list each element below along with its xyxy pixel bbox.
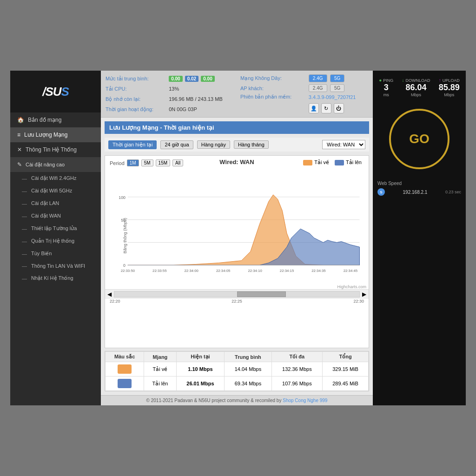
ap-khach-label: AP khách: [240,86,304,91]
power-icon[interactable]: ⏻ [334,103,344,113]
data-table: Màu sắc Mjang Hiện tại Trung bình Tối đa… [105,351,369,391]
sidebar-item-nhat-ki[interactable]: — Nhật Kí Hệ Thống [10,272,101,284]
legend-tai-ve-label: Tải về [314,159,329,165]
footer-link[interactable]: Shop Cong Nghe 999 [283,398,327,403]
ap-24-btn[interactable]: 2.4G [309,84,327,92]
wifi-5-btn[interactable]: 5G [330,74,344,82]
td-trung-binh-2: 69.34 Mbps [225,377,271,391]
sidebar-item-lan[interactable]: — Cài đặt LAN [10,197,101,210]
refresh-icon[interactable]: ↻ [321,103,331,113]
td-hien-tai-2: 26.01 Mbps [176,377,225,391]
y-axis-label: Băng thông (Mbps) [123,218,127,254]
stats-left: Mức tải trung bình: 0.00 0.02 0.00 Tải C… [106,74,233,113]
td-hien-tai-1: 1.10 Mbps [176,362,225,377]
sidebar-item-tuong-lua[interactable]: — Thiết lập Tường lửa [10,222,101,235]
td-toi-da-1: 132.36 Mbps [271,362,323,377]
label-wifi24: Cài đặt Wifi 2.4GHz [31,175,76,181]
scroll-time-3: 22:30 [353,299,364,304]
wifi-buttons: 2.4G 5G [309,74,368,82]
user-icon[interactable]: 👤 [309,103,319,113]
sidebar-item-wifi5[interactable]: — Cài đặt Wifi 5GHz [10,185,101,197]
wifi-24-btn[interactable]: 2.4G [309,74,327,82]
time-btn-daily[interactable]: Hàng ngày [197,140,230,149]
sidebar-item-ban-do-mang[interactable]: 🏠 Bản đồ mạng [10,112,101,127]
mang-khong-day-label: Mạng Không Dây: [240,75,304,81]
time-btn-monthly[interactable]: Hàng tháng [234,140,269,149]
sidebar-label-cai-dat: Cài đặt nâng cao [26,162,65,168]
scroll-time-2: 22:25 [231,299,242,304]
dash-icon-7: — [22,251,27,257]
upload-label: ↑ UPLOAD [439,78,460,83]
th-hien-tai: Hiện tại [176,352,225,362]
period-all[interactable]: All [172,159,183,166]
sidebar-item-quan-tri[interactable]: — Quản Trị Hệ thống [10,235,101,247]
sidebar-item-luu-luong-mang[interactable]: ≡ Lưu Lượng Mạng [10,127,101,142]
ip-address: 192.168.2.1 [403,190,428,195]
sidebar-item-thong-tin-lan[interactable]: — Thông Tin LAN Và WIFI [10,260,101,272]
td-toi-da-2: 107.96 Mbps [271,377,323,391]
dash-icon-4: — [22,213,27,219]
sidebar-item-wifi24[interactable]: — Cài đặt Wifi 2.4GHz [10,172,101,185]
stats-right: Mạng Không Dây: 2.4G 5G AP khách: 2.4G 5… [240,74,368,113]
sidebar-label-ban-do-mang: Bản đồ mạng [28,117,61,123]
badge-3: 0.00 [201,76,214,82]
td-type-1: Tải về [144,362,176,377]
wan-select[interactable]: Wired: WAN [322,140,365,149]
scroll-bar-inner [237,291,286,297]
scroll-labels: 22:20 22:25 22:30 [105,299,369,304]
th-color: Màu sắc [106,352,144,362]
muc-tai-label[interactable]: Mức tải trung bình: [106,76,164,82]
muc-tai-value: 0.00 0.02 0.00 [169,76,233,82]
chart-legend: Tải về Tải lên [303,159,362,165]
svg-text:22:34:15: 22:34:15 [280,269,294,273]
scroll-right-arrow[interactable]: ▶ [362,291,366,298]
sidebar-item-tuy-bien[interactable]: — Tùy Biến [10,247,101,260]
period-1m[interactable]: 1M [127,159,139,166]
download-metric: ↓ DOWNLOAD 86.04 Mbps [402,78,430,97]
download-label-text: DOWNLOAD [405,78,430,83]
chart-container: Wired: WAN Tải về Tải lên Period [105,155,369,348]
screen-wrapper: /SUS 🏠 Bản đồ mạng ≡ Lưu Lượng Mạng ✕ Th… [0,0,476,476]
svg-text:22:33:50: 22:33:50 [121,269,135,273]
speed-metrics: ● PING 3 ms ↓ DOWNLOAD 86.04 Mbps [377,78,461,97]
highcharts-credit: Highcharts.com [105,284,369,289]
asus-logo-text: /SUS [42,85,69,99]
legend-tai-len-label: Tải lên [346,159,362,165]
chart-scroll: ◀ ▶ [105,289,369,299]
dash-icon-2: — [22,188,27,194]
tai-cpu-label[interactable]: Tải CPU: [106,86,164,92]
bo-nho-label[interactable]: Bộ nhớ còn lại: [106,96,164,102]
go-button[interactable]: GO [389,109,450,169]
ap-5-btn[interactable]: 5G [330,84,344,92]
svg-text:22:33:55: 22:33:55 [152,269,167,273]
period-5m[interactable]: 5M [141,159,153,166]
section-title: Lưu Lượng Mạng - Thời gian hiện tại [105,121,369,134]
time-btn-24h[interactable]: 24 giờ qua [160,140,193,149]
stats-bar: Mức tải trung bình: 0.00 0.02 0.00 Tải C… [101,71,373,118]
speedtest-panel: ● PING 3 ms ↓ DOWNLOAD 86.04 Mbps [373,71,466,405]
upload-value: 85.89 [439,83,460,93]
ping-label-text: PING [383,78,393,83]
period-15m[interactable]: 15M [156,159,170,166]
scroll-bar-container[interactable] [114,291,360,298]
sidebar-item-cai-dat[interactable]: ✎ Cài đặt nâng cao [10,157,101,172]
legend-tai-ve: Tải về [303,159,329,165]
sidebar-item-wan[interactable]: — Cài đặt WAN [10,210,101,222]
color-swatch-blue [118,379,132,388]
td-tong-1: 329.15 MiB [323,362,369,377]
download-unit: Mbps [411,93,421,97]
dash-icon-9: — [22,276,27,281]
time-btn-current[interactable]: Thời gian hiện tại [108,140,157,149]
sidebar-label-thong-tin: Thông Tin Hệ Thống [26,146,77,153]
scroll-left-arrow[interactable]: ◀ [107,291,112,298]
upload-metric: ↑ UPLOAD 85.89 Mbps [439,78,460,97]
dash-icon-8: — [22,263,27,269]
label-wifi5: Cài đặt Wifi 5GHz [31,188,72,194]
sidebar-item-thong-tin-he-thong[interactable]: ✕ Thông Tin Hệ Thống [10,142,101,157]
ip-badge: S [377,188,385,196]
list-icon: ≡ [17,132,20,138]
phien-ban-label: Phiên bản phần mềm: [240,94,304,100]
svg-text:22:34:00: 22:34:00 [185,269,199,273]
web-speed-label: Web Speed [377,181,402,186]
label-wan: Cài đặt WAN [31,213,61,219]
